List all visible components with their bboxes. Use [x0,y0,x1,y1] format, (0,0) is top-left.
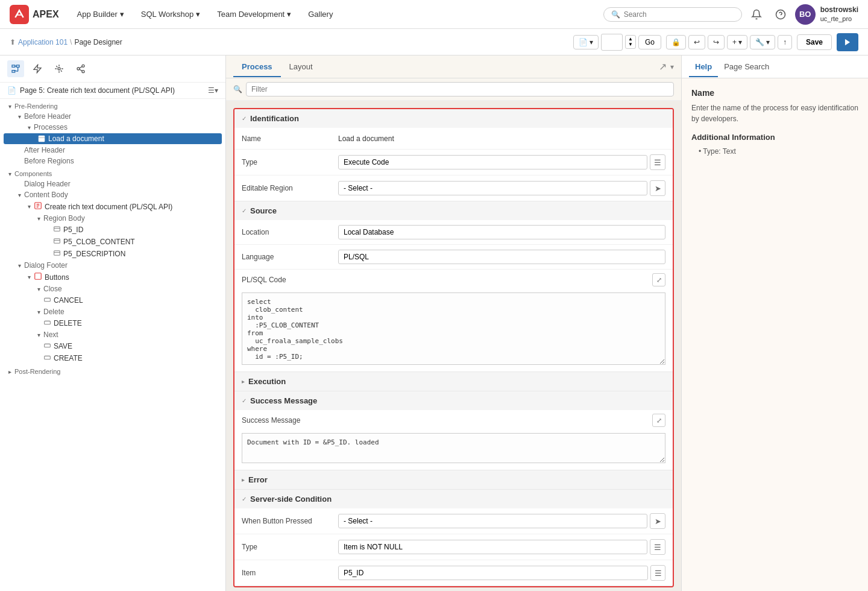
svg-rect-25 [45,344,51,347]
add-button[interactable]: + ▾ [727,35,747,49]
notifications-button[interactable] [747,5,766,24]
tab-process[interactable]: Process [233,57,281,77]
type2-row: Type Item is NOT NULL ☰ [234,534,673,560]
tree-pre-rendering[interactable]: ▾ Pre-Rendering [0,101,225,111]
tree-delete[interactable]: ▾ Delete [0,306,225,317]
item-action-btn[interactable]: ☰ [650,565,665,581]
nav-team-development[interactable]: Team Development ▾ [211,7,297,21]
shared-components-icon[interactable] [72,60,89,77]
plsql-expand-btn[interactable]: ⤢ [652,273,665,286]
event-icon[interactable] [29,60,46,77]
server-condition-header[interactable]: ✓ Server-side Condition [234,490,673,508]
tree-load-document[interactable]: Load a document [4,133,222,144]
type-action-btn[interactable]: ☰ [650,154,665,170]
tree-dialog-header[interactable]: Dialog Header [0,179,225,189]
tree-before-header[interactable]: ▾ Before Header [0,111,225,122]
tree-content-body[interactable]: ▾ Content Body [0,189,225,200]
nav-app-builder[interactable]: App Builder ▾ [71,7,130,21]
tree-dialog-footer[interactable]: ▾ Dialog Footer [0,260,225,271]
tab-page-search[interactable]: Page Search [718,57,775,77]
item-row: Item ☰ [234,560,673,586]
page-nav-dropdown-btn[interactable]: 📄 ▾ [573,35,599,49]
error-toggle: ▸ [242,476,245,483]
language-select[interactable]: PL/SQL [338,250,665,264]
svg-rect-4 [16,65,19,67]
breadcrumb-app-link[interactable]: Application 101 [18,38,68,46]
center-chevron-icon[interactable]: ▾ [670,63,674,71]
success-msg-expand-btn[interactable]: ⤢ [652,414,665,427]
tree-p5-desc[interactable]: P5_DESCRIPTION [0,248,225,260]
tree-view-icon[interactable] [7,60,24,77]
execution-header[interactable]: ▸ Execution [234,372,673,391]
location-select[interactable]: Local Database [338,225,665,239]
tab-layout[interactable]: Layout [281,57,321,77]
section-success-message: ✓ Success Message Success Message ⤢ Docu… [234,391,673,470]
item-input[interactable] [338,566,648,580]
tree-p5-id[interactable]: P5_ID [0,224,225,236]
source-title: Source [250,206,277,215]
success-message-area[interactable]: Document with ID = &P5_ID. loaded [242,433,665,463]
tree-before-regions[interactable]: Before Regions [0,156,225,166]
tree-create-rich-text[interactable]: ▾ Create rich text document (PL/SQL API) [0,200,225,213]
section-source: ✓ Source Location Local Database Languag… [234,201,673,372]
type-row: Type Execute Code ☰ [234,150,673,175]
breadcrumb: ⬆ Application 101 \ Page Designer [10,38,122,46]
tree-p5-clob[interactable]: P5_CLOB_CONTENT [0,236,225,248]
identification-toggle: ✓ [242,115,247,122]
user-avatar[interactable]: BO [795,4,816,25]
tree-delete-btn[interactable]: DELETE [0,317,225,329]
nav-gallery[interactable]: Gallery [302,7,339,21]
tree-components[interactable]: ▾ Components [0,169,225,179]
when-button-action-btn[interactable]: ➤ [650,513,665,529]
go-button[interactable]: Go [638,35,661,49]
redo-button[interactable]: ↪ [708,35,725,49]
tree-after-header[interactable]: After Header [0,145,225,156]
identification-header[interactable]: ✓ Identification [234,109,673,128]
save-button[interactable]: Save [797,34,832,50]
editable-region-select[interactable]: - Select - [338,181,647,195]
run-button[interactable] [837,33,858,51]
svg-marker-2 [845,39,850,45]
editable-region-action-btn[interactable]: ➤ [650,180,665,196]
tree-post-rendering[interactable]: ▸ Post-Rendering [0,367,225,376]
tree-save-btn[interactable]: SAVE [0,340,225,352]
page-menu-btn[interactable]: ☰▾ [208,86,218,95]
settings-button[interactable]: 🔧 ▾ [750,35,775,49]
page-num-spinners[interactable]: ▲ ▼ [625,35,636,49]
tree-region-body[interactable]: ▾ Region Body [0,213,225,224]
filter-input[interactable] [246,82,674,96]
type2-action-btn[interactable]: ☰ [650,539,665,555]
tree-close[interactable]: ▾ Close [0,283,225,294]
type-select[interactable]: Execute Code [338,155,647,169]
process-content: ✓ Identification Name Load a document Ty… [226,101,681,591]
tree-container: ▾ Pre-Rendering ▾ Before Header ▾ Proces… [0,99,225,591]
when-button-pressed-select[interactable]: - Select - [338,514,647,528]
tree-next[interactable]: ▾ Next [0,329,225,340]
type2-select[interactable]: Item is NOT NULL [338,540,647,554]
search-box[interactable]: 🔍 [603,7,742,22]
search-input[interactable] [624,10,732,19]
undo-button[interactable]: ↩ [688,35,705,49]
tree-cancel-btn[interactable]: CANCEL [0,294,225,306]
success-message-header[interactable]: ✓ Success Message [234,391,673,410]
tree-create-btn[interactable]: CREATE [0,352,225,364]
search-icon: 🔍 [611,10,620,19]
plsql-code-area[interactable]: select clob_content into :P5_CLOB_CONTEN… [242,292,665,365]
help-button[interactable] [771,5,790,24]
components-icon[interactable] [51,60,68,77]
svg-point-12 [77,68,80,70]
lock-button[interactable]: 🔒 [666,35,686,49]
source-header[interactable]: ✓ Source [234,201,673,220]
tree-buttons[interactable]: ▾ Buttons [0,271,225,283]
plsql-code-label: PL/SQL Code [242,276,652,284]
tab-help[interactable]: Help [689,57,718,77]
tree-processes[interactable]: ▾ Processes [0,122,225,133]
page-number-input[interactable]: 5 [601,34,623,51]
apex-logo[interactable]: APEX [10,5,59,24]
nav-sql-workshop[interactable]: SQL Workshop ▾ [135,7,206,21]
center-expand-icon[interactable]: ↗ [659,61,667,72]
error-header[interactable]: ▸ Error [234,470,673,489]
when-button-pressed-label: When Button Pressed [242,517,338,525]
share-button[interactable]: ↑ [778,35,792,49]
user-info[interactable]: bostrowski uc_rte_pro [820,5,858,24]
